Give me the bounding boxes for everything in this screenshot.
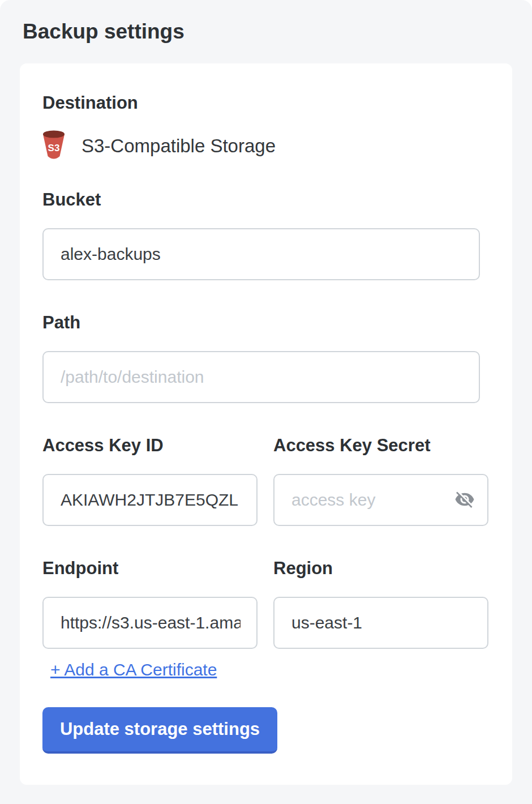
backup-settings-card: Destination S3 S3-Compatible Storage Buc… <box>20 63 512 785</box>
toggle-secret-visibility-button[interactable] <box>453 489 476 511</box>
bucket-field: Bucket <box>42 189 490 280</box>
endpoint-label: Endpoint <box>42 558 258 579</box>
access-key-secret-label: Access Key Secret <box>273 435 488 456</box>
bucket-input[interactable] <box>42 228 480 280</box>
access-key-row: Access Key ID Access Key Secret <box>42 435 490 526</box>
path-input[interactable] <box>42 351 480 403</box>
eye-off-icon <box>454 489 475 511</box>
destination-label: Destination <box>42 92 490 114</box>
bucket-label: Bucket <box>42 189 490 211</box>
endpoint-field: Endpoint <box>42 558 258 649</box>
page-title: Backup settings <box>23 19 532 44</box>
backup-settings-page: Backup settings Destination S3 S3-Compat… <box>0 0 532 804</box>
region-input[interactable] <box>273 597 488 649</box>
endpoint-input[interactable] <box>42 597 258 649</box>
access-key-id-field: Access Key ID <box>42 435 258 526</box>
path-field: Path <box>42 312 490 403</box>
access-key-id-input[interactable] <box>42 474 258 526</box>
endpoint-region-row: Endpoint Region <box>42 558 490 649</box>
access-key-id-label: Access Key ID <box>42 435 258 456</box>
s3-bucket-icon: S3 <box>42 130 66 162</box>
update-storage-settings-button[interactable]: Update storage settings <box>42 707 277 754</box>
region-label: Region <box>273 558 488 579</box>
destination-value: S3-Compatible Storage <box>81 135 276 157</box>
path-label: Path <box>42 312 490 333</box>
add-ca-certificate-link[interactable]: + Add a CA Certificate <box>50 660 217 679</box>
access-key-secret-field: Access Key Secret <box>273 435 488 526</box>
region-field: Region <box>273 558 488 649</box>
destination-row: S3 S3-Compatible Storage <box>42 130 490 162</box>
svg-text:S3: S3 <box>48 143 60 153</box>
